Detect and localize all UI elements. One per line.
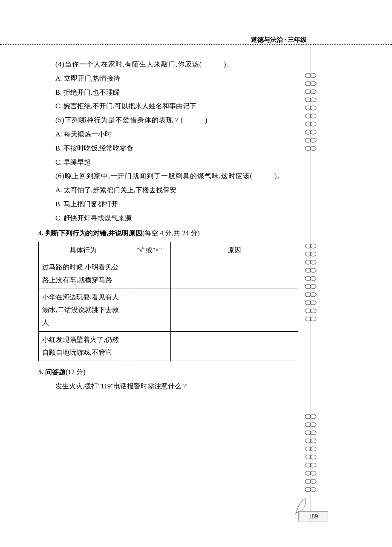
q4-option-a: A. 立即开门,热情接待 xyxy=(38,72,303,86)
q5-stem: (5)下列哪种行为是不爱惜身体的表现？( ) xyxy=(38,113,303,127)
section5-title: 5. 问答题 xyxy=(38,368,66,376)
table-row: 小红发现隔壁着火了,仍然自顾自地玩游戏,不管它 xyxy=(39,331,298,361)
cell-behavior: 过马路的时候,小明看见公路上没有车,就横穿马路 xyxy=(39,259,128,289)
th-mark: "√"或"×" xyxy=(128,242,170,259)
section4-title: 4. 判断下列行为的对错,并说明原因 xyxy=(38,229,142,237)
svg-line-60 xyxy=(295,513,296,515)
table-header-row: 具体行为 "√"或"×" 原因 xyxy=(39,242,298,259)
q6-stem: (6)晚上回到家中,一开门就闻到了一股刺鼻的煤气味,这时应该( )。 xyxy=(38,169,303,183)
q6-option-a: A. 太可怕了,赶紧把门关上,下楼去找保安 xyxy=(38,183,303,197)
section5-heading: 5. 问答题(12 分) xyxy=(38,365,303,379)
spiral-binding-top xyxy=(305,72,317,153)
cell-behavior: 小红发现隔壁着火了,仍然自顾自地玩游戏,不管它 xyxy=(39,331,128,361)
page-header: 道德与法治 · 三年级 xyxy=(251,36,307,44)
cell-mark[interactable] xyxy=(128,259,170,289)
cell-reason[interactable] xyxy=(170,289,298,331)
q5-option-a: A. 每天锻炼一小时 xyxy=(38,127,303,142)
cell-mark[interactable] xyxy=(128,289,170,331)
table-row: 过马路的时候,小明看见公路上没有车,就横穿马路 xyxy=(39,259,298,289)
q6-option-c: C. 赶快开灯寻找煤气来源 xyxy=(38,211,303,226)
section4-points: (每空 4 分,共 24 分) xyxy=(142,229,200,237)
cell-reason[interactable] xyxy=(170,259,298,289)
spiral-binding-mid xyxy=(305,243,317,324)
q5-option-b: B. 不按时吃饭,经常吃零食 xyxy=(38,142,303,156)
th-reason: 原因 xyxy=(170,242,298,259)
cell-reason[interactable] xyxy=(170,331,298,361)
spiral-binding-bottom xyxy=(305,414,317,495)
worksheet-content: (4)当你一个人在家时,有陌生人来敲门,你应该( )。 A. 立即开门,热情接待… xyxy=(38,58,303,394)
cell-behavior: 小华在河边玩耍,看见有人溺水,二话没说就跳下去救人 xyxy=(39,289,128,331)
section5-points: (12 分) xyxy=(66,368,86,376)
section4-heading: 4. 判断下列行为的对错,并说明原因(每空 4 分,共 24 分) xyxy=(38,226,303,240)
section5-question: 发生火灾,拨打"119"电话报警时需注意什么？ xyxy=(38,379,303,394)
th-behavior: 具体行为 xyxy=(39,242,128,259)
q4-stem: (4)当你一个人在家时,有陌生人来敲门,你应该( )。 xyxy=(38,58,303,72)
q6-option-b: B. 马上把门窗都打开 xyxy=(38,197,303,211)
judgment-table: 具体行为 "√"或"×" 原因 过马路的时候,小明看见公路上没有车,就横穿马路 … xyxy=(38,242,298,361)
q5-option-c: C. 早睡早起 xyxy=(38,156,303,170)
page-number: 189 xyxy=(298,511,328,521)
header-divider xyxy=(0,44,392,45)
cell-mark[interactable] xyxy=(128,331,170,361)
q4-option-c: C. 婉言拒绝,不开门,可以把来人姓名和事由记下 xyxy=(38,99,303,113)
table-row: 小华在河边玩耍,看见有人溺水,二话没说就跳下去救人 xyxy=(39,289,298,331)
q4-option-b: B. 拒绝开门,也不理睬 xyxy=(38,86,303,100)
